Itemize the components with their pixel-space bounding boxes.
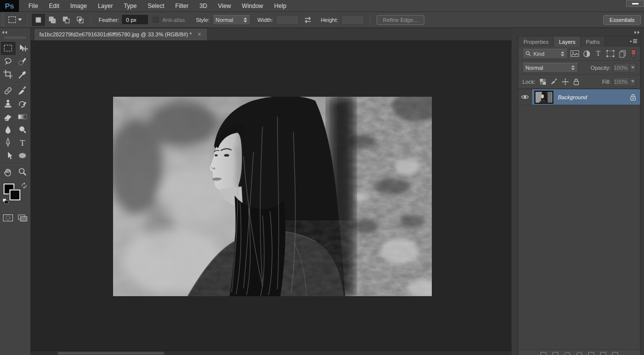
height-input[interactable] xyxy=(341,15,364,25)
adjustment-layer-icon[interactable] xyxy=(576,352,582,355)
style-dropdown[interactable]: Normal xyxy=(213,15,251,25)
tab-properties[interactable]: Properties xyxy=(518,36,554,47)
document-tab[interactable]: fa1bc282279fd2e67916301d6ff95780.jpg @ 3… xyxy=(34,28,208,40)
tool-gradient[interactable] xyxy=(15,110,30,123)
swap-colors-icon[interactable] xyxy=(21,182,27,188)
tool-preset-picker[interactable] xyxy=(6,15,24,24)
delete-layer-icon[interactable] xyxy=(612,352,618,355)
filter-pixel-layers-button[interactable] xyxy=(569,49,580,59)
tool-crop[interactable] xyxy=(1,68,15,81)
quick-mask-button[interactable] xyxy=(1,211,15,224)
new-selection-button[interactable] xyxy=(32,14,45,26)
anti-alias-checkbox[interactable] xyxy=(153,17,158,22)
add-to-selection-button[interactable] xyxy=(46,14,59,26)
minimize-button[interactable] xyxy=(626,0,644,7)
ellipse-shape-icon xyxy=(17,151,28,161)
tool-ellipse[interactable] xyxy=(15,149,30,162)
filter-adjustment-layers-button[interactable] xyxy=(581,49,592,59)
feather-input[interactable]: 0 px xyxy=(122,15,148,25)
tool-history-brush[interactable] xyxy=(15,97,30,110)
lock-pixels-icon[interactable] xyxy=(550,78,557,85)
menu-item-image[interactable]: Image xyxy=(65,0,92,12)
layer-mask-icon[interactable] xyxy=(564,352,570,355)
tool-eraser[interactable] xyxy=(1,110,15,123)
blend-mode-dropdown[interactable]: Normal xyxy=(522,63,578,73)
tool-dodge[interactable] xyxy=(15,123,30,136)
collapse-panels-icon[interactable] xyxy=(634,29,640,35)
layer-row-background[interactable]: Background xyxy=(518,89,640,105)
swap-width-height-icon[interactable] xyxy=(303,16,313,23)
tool-quick-selection[interactable] xyxy=(15,55,30,68)
layer-visibility-toggle[interactable] xyxy=(518,89,532,105)
layers-panel-group: Properties Layers Paths Kind xyxy=(518,36,641,355)
document-image[interactable] xyxy=(113,97,432,296)
menu-item-select[interactable]: Select xyxy=(142,0,169,12)
tool-move[interactable] xyxy=(15,42,30,55)
tool-zoom[interactable] xyxy=(15,166,30,178)
menu-item-filter[interactable]: Filter xyxy=(170,0,194,12)
photoshop-window: Ps File Edit Image Layer Type Select Fil… xyxy=(0,0,644,355)
link-layers-icon[interactable] xyxy=(540,352,546,355)
search-icon xyxy=(525,51,531,56)
menu-item-view[interactable]: View xyxy=(213,0,237,12)
menu-item-window[interactable]: Window xyxy=(237,0,269,12)
tool-lasso[interactable] xyxy=(1,55,15,68)
tab-paths[interactable]: Paths xyxy=(581,36,605,47)
layer-lock-icon xyxy=(630,94,636,101)
lock-position-icon[interactable] xyxy=(562,78,569,85)
tool-eyedropper[interactable] xyxy=(15,68,30,81)
tab-close-icon[interactable]: × xyxy=(197,31,202,38)
default-colors-icon[interactable] xyxy=(2,198,9,205)
new-layer-icon[interactable] xyxy=(600,352,606,355)
tool-clone-stamp[interactable] xyxy=(1,97,15,110)
menu-item-edit[interactable]: Edit xyxy=(43,0,65,12)
horizontal-scrollbar[interactable] xyxy=(31,351,512,355)
menu-item-3d[interactable]: 3D xyxy=(194,0,212,12)
width-input[interactable] xyxy=(276,15,299,25)
intersect-selection-button[interactable] xyxy=(74,14,87,26)
fill-label: Fill: xyxy=(602,79,611,85)
tool-path-selection[interactable] xyxy=(1,149,15,162)
lock-transparency-icon[interactable] xyxy=(540,79,546,85)
tool-spot-healing-brush[interactable] xyxy=(1,84,15,97)
subtract-from-selection-button[interactable] xyxy=(60,14,73,26)
tool-brush[interactable] xyxy=(15,84,30,97)
filter-shape-layers-button[interactable] xyxy=(605,49,616,59)
background-color[interactable] xyxy=(9,189,20,200)
opacity-dropdown-arrow[interactable] xyxy=(629,63,636,72)
workspace-switcher-button[interactable]: Essentials xyxy=(603,15,641,25)
collapse-tools-icon[interactable] xyxy=(0,28,8,35)
filter-kind-dropdown[interactable]: Kind xyxy=(522,49,568,59)
opacity-value[interactable]: 100% xyxy=(613,63,636,73)
menu-item-file[interactable]: File xyxy=(23,0,43,12)
tool-hand[interactable] xyxy=(1,166,15,178)
menu-item-help[interactable]: Help xyxy=(268,0,292,12)
screen-mode-button[interactable] xyxy=(15,211,30,224)
style-label: Style: xyxy=(196,17,210,23)
tool-blur[interactable] xyxy=(1,123,15,136)
tool-pen[interactable] xyxy=(1,136,15,149)
layer-filter-toggle[interactable] xyxy=(631,49,636,58)
tab-layers[interactable]: Layers xyxy=(554,36,581,47)
layer-group-icon[interactable] xyxy=(588,352,594,355)
menu-item-type[interactable]: Type xyxy=(118,0,142,12)
tool-rectangular-marquee[interactable] xyxy=(1,42,15,55)
layer-effects-icon[interactable] xyxy=(552,352,558,355)
filter-type-layers-button[interactable]: T xyxy=(593,49,604,59)
layer-thumbnail xyxy=(534,91,553,104)
horizontal-scrollbar-thumb[interactable] xyxy=(57,352,164,355)
filter-smart-objects-button[interactable] xyxy=(617,49,628,59)
refine-edge-button[interactable]: Refine Edge... xyxy=(377,15,424,25)
panel-menu-icon[interactable] xyxy=(629,36,640,47)
menu-item-layer[interactable]: Layer xyxy=(92,0,118,12)
fill-dropdown-arrow[interactable] xyxy=(629,77,636,86)
hand-icon xyxy=(2,167,13,177)
fill-value[interactable]: 100% xyxy=(613,77,636,87)
canvas-area[interactable] xyxy=(31,41,512,355)
tool-horizontal-type[interactable]: T xyxy=(15,136,30,149)
layer-selected-area[interactable]: Background xyxy=(532,89,640,105)
spot-healing-brush-icon xyxy=(2,86,13,96)
lock-all-icon[interactable] xyxy=(573,78,579,85)
panel-dock: Properties Layers Paths Kind xyxy=(512,28,644,355)
minimize-icon xyxy=(632,3,639,4)
